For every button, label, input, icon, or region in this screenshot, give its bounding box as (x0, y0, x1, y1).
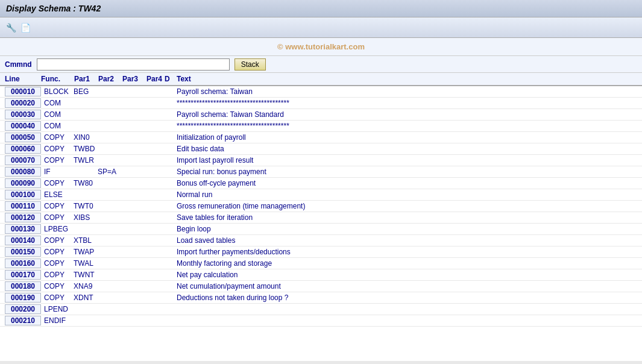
table-row[interactable]: 000010 BLOCK BEG Payroll schema: Taiwan (0, 86, 642, 98)
cell-line: 000080 (5, 167, 41, 177)
cell-func: COPY (42, 156, 72, 165)
table-row[interactable]: 000130 LPBEG Begin loop (0, 224, 642, 235)
cell-par1: XIN0 (72, 133, 96, 142)
cell-par1: TWT0 (72, 202, 96, 210)
cell-text: Net pay calculation (175, 271, 637, 279)
table-row[interactable]: 000120 COPY XIBS Save tables for iterati… (0, 212, 642, 224)
cell-line: 000010 (5, 87, 41, 96)
cell-text: Begin loop (175, 225, 637, 233)
cell-text: **************************************** (175, 99, 637, 107)
table-row[interactable]: 000090 COPY TW80 Bonus off-cycle payment (0, 178, 642, 189)
cell-text: **************************************** (175, 122, 637, 130)
cell-text: Gross remuneration (time management) (175, 202, 637, 210)
cell-func: BLOCK (42, 87, 72, 96)
cell-func: COPY (42, 145, 72, 153)
cell-text: Payroll schema: Taiwan (175, 87, 637, 96)
cell-func: COPY (42, 259, 72, 268)
cell-line: 000110 (5, 201, 41, 211)
cell-par1: BEG (72, 87, 96, 96)
table-row[interactable]: 000030 COM Payroll schema: Taiwan Standa… (0, 109, 642, 121)
cell-text: Monthly factoring and storage (175, 259, 637, 268)
table-row[interactable]: 000060 COPY TWBD Edit basic data (0, 143, 642, 155)
cell-func: COPY (42, 236, 72, 245)
table-row[interactable]: 000110 COPY TWT0 Gross remuneration (tim… (0, 201, 642, 212)
command-bar: Cmmnd Stack (0, 56, 642, 73)
table-row[interactable]: 000170 COPY TWNT Net pay calculation (0, 269, 642, 281)
col-header-par2: Par2 (98, 75, 122, 83)
cell-line: 000210 (5, 316, 41, 325)
cell-line: 000050 (5, 133, 41, 142)
cell-par1: XIBS (72, 213, 96, 222)
table-row[interactable]: 000200 LPEND (0, 304, 642, 315)
cell-line: 000060 (5, 144, 41, 154)
table-row[interactable]: 000190 COPY XDNT Deductions not taken du… (0, 292, 642, 304)
table-row[interactable]: 000210 ENDIF (0, 315, 642, 327)
cell-par2: SP=A (96, 168, 121, 176)
cell-func: COPY (42, 271, 72, 279)
cell-func: COPY (42, 202, 72, 210)
cell-text: Import further payments/deductions (175, 248, 637, 256)
col-header-d: D (165, 75, 177, 83)
cell-line: 000170 (5, 270, 41, 280)
cell-func: COPY (42, 133, 72, 142)
cell-func: COPY (42, 213, 72, 222)
cell-text: Bonus off-cycle payment (175, 179, 637, 187)
col-header-par3: Par3 (122, 75, 146, 83)
cell-line: 000040 (5, 121, 41, 131)
cell-line: 000200 (5, 304, 41, 314)
cell-par1: XTBL (72, 236, 96, 245)
cell-line: 000090 (5, 178, 41, 188)
table-row[interactable]: 000180 COPY XNA9 Net cumulation/payment … (0, 281, 642, 292)
cell-func: COM (42, 110, 72, 119)
table-row[interactable]: 000040 COM *****************************… (0, 121, 642, 132)
table-row[interactable]: 000160 COPY TWAL Monthly factoring and s… (0, 258, 642, 269)
title-bar: Display Schema : TW42 (0, 0, 642, 17)
cell-text: Edit basic data (175, 145, 637, 153)
cell-line: 000100 (5, 190, 41, 199)
cell-text: Deductions not taken during loop ? (175, 293, 637, 302)
tool-icon-1[interactable]: 🔧 (5, 22, 17, 34)
cell-func: IF (42, 168, 72, 176)
table-row[interactable]: 000020 COM *****************************… (0, 98, 642, 109)
cell-par1: XNA9 (72, 282, 96, 290)
page-title: Display Schema : TW42 (6, 4, 101, 13)
cell-line: 000020 (5, 98, 41, 108)
cell-text: Normal run (175, 190, 637, 199)
cell-par1: TWAP (72, 248, 96, 256)
cell-func: ENDIF (42, 316, 72, 325)
cell-par1: TWBD (72, 145, 96, 153)
cell-text: Net cumulation/payment amount (175, 282, 637, 290)
cell-text: Payroll schema: Taiwan Standard (175, 110, 637, 119)
cell-par1: TWAL (72, 259, 96, 268)
cell-func: LPBEG (42, 225, 72, 233)
table-row[interactable]: 000140 COPY XTBL Load saved tables (0, 235, 642, 246)
cell-func: ELSE (42, 190, 72, 199)
table-row[interactable]: 000150 COPY TWAP Import further payments… (0, 246, 642, 258)
col-header-line: Line (5, 75, 41, 83)
cell-par1: TWLR (72, 156, 96, 165)
table-row[interactable]: 000080 IF SP=A Special run: bonus paymen… (0, 166, 642, 178)
cell-func: LPEND (42, 305, 72, 313)
cell-func: COPY (42, 179, 72, 187)
cell-line: 000150 (5, 247, 41, 257)
tool-icon-2[interactable]: 📄 (19, 22, 31, 34)
cmmnd-input[interactable] (37, 58, 230, 71)
toolbar: 🔧 📄 (0, 17, 642, 38)
cell-par1: TW80 (72, 179, 96, 187)
cell-text: Save tables for iteration (175, 213, 637, 222)
cell-func: COPY (42, 293, 72, 302)
table-row[interactable]: 000070 COPY TWLR Import last payroll res… (0, 155, 642, 166)
cell-text: Initialization of payroll (175, 133, 637, 142)
cell-func: COPY (42, 282, 72, 290)
cell-line: 000180 (5, 281, 41, 291)
table-area: 000010 BLOCK BEG Payroll schema: Taiwan … (0, 86, 642, 361)
table-row[interactable]: 000050 COPY XIN0 Initialization of payro… (0, 132, 642, 143)
col-header-text: Text (177, 75, 637, 83)
cell-func: COM (42, 122, 72, 130)
table-row[interactable]: 000100 ELSE Normal run (0, 189, 642, 201)
cell-line: 000120 (5, 213, 41, 222)
cell-par1: TWNT (72, 271, 96, 279)
cell-line: 000140 (5, 236, 41, 245)
cell-text: Load saved tables (175, 236, 637, 245)
stack-button[interactable]: Stack (234, 58, 266, 71)
